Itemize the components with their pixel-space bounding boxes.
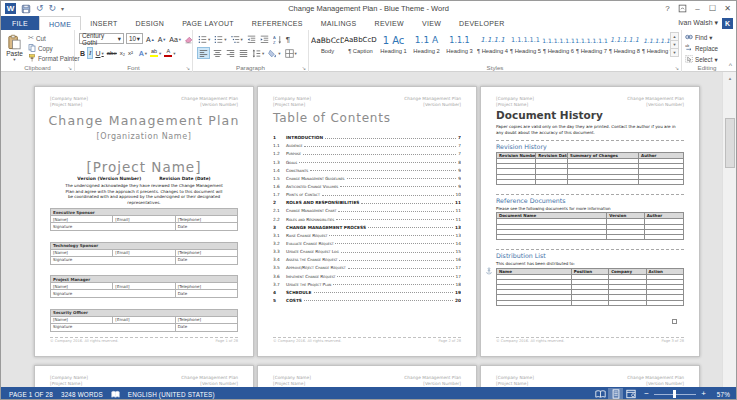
proofing-icon[interactable]	[111, 390, 120, 399]
toc-entry[interactable]: 2Roles and Responsibilities11	[273, 197, 461, 205]
word-count[interactable]: 3248 WORDS	[61, 391, 103, 398]
ribbon-display-options-button[interactable]	[676, 2, 689, 14]
user-name[interactable]: Ivan Walsh ▾	[678, 19, 718, 27]
toc-entry[interactable]: 1.1Audience7	[273, 140, 461, 148]
gallery-more-icon[interactable]: ▼	[670, 48, 679, 57]
shading-button[interactable]: ▾	[267, 47, 281, 59]
section-table[interactable]: Document NameVersionAuthor	[496, 212, 684, 240]
collapse-ribbon-icon[interactable]: ^	[729, 62, 732, 69]
scrollbar-thumb[interactable]	[725, 118, 735, 168]
language-indicator[interactable]: ENGLISH (UNITED STATES)	[128, 391, 215, 398]
zoom-slider[interactable]	[654, 394, 696, 395]
numbering-button[interactable]: ▾	[213, 33, 227, 45]
align-left-button[interactable]	[197, 47, 210, 59]
tab-review[interactable]: REVIEW	[366, 16, 413, 30]
align-right-button[interactable]	[225, 47, 236, 59]
sort-button[interactable]	[272, 33, 283, 45]
signature-table[interactable]: Technology Sponsor[Name][Email][Telephon…	[50, 242, 238, 265]
superscript-button[interactable]: x²	[127, 47, 134, 59]
style-heading-2[interactable]: 1.1 AHeading 2	[410, 32, 443, 61]
italic-button[interactable]: I	[87, 47, 93, 59]
toc-entry[interactable]: 1.2Purpose7	[273, 148, 461, 156]
format-painter-button[interactable]: Format Painter	[28, 54, 80, 62]
line-spacing-button[interactable]: ▾	[251, 47, 265, 59]
toc-entry[interactable]: 1.5Change Management Guidelines9	[273, 173, 461, 181]
toc-entry[interactable]: 1.4Constraints9	[273, 165, 461, 173]
account-area[interactable]: Ivan Walsh ▾ K	[678, 16, 733, 30]
justify-button[interactable]	[238, 47, 249, 59]
help-button[interactable]: ?	[661, 2, 674, 14]
paragraph-dialog-launcher-icon[interactable]: ↘	[302, 65, 306, 71]
toc-entry[interactable]: 3.6Implement Change Request17	[273, 270, 461, 278]
toc-entry[interactable]: 3.3Update Change Request Log15	[273, 246, 461, 254]
web-layout-button[interactable]	[623, 388, 638, 400]
toc-entry[interactable]: 3Change Management Process13	[273, 222, 461, 230]
minimize-button[interactable]: –	[691, 2, 704, 14]
page-4-partial[interactable]: [Company Name][Project Name] Change Mana…	[34, 365, 254, 387]
text-effects-button[interactable]: A▾	[138, 47, 148, 59]
close-button[interactable]: ✕	[721, 2, 734, 14]
toc-entry[interactable]: 3.7Update the Project Plan18	[273, 279, 461, 287]
tab-view[interactable]: VIEW	[413, 16, 450, 30]
toc-entry[interactable]: 2.1Change Management Chart11	[273, 205, 461, 213]
page-5-partial[interactable]: [Company Name][Project Name] Change Mana…	[257, 365, 477, 387]
style-caption[interactable]: AaBbCcD¶ Caption	[344, 32, 377, 61]
font-dialog-launcher-icon[interactable]: ↘	[186, 65, 190, 71]
bullets-button[interactable]: ▾	[197, 33, 211, 45]
tab-file[interactable]: FILE	[1, 16, 39, 30]
style-heading-3[interactable]: 1.1.1Heading 3	[443, 32, 476, 61]
toc-entry[interactable]: 3.1Raise Change Request13	[273, 230, 461, 238]
signature-table[interactable]: Project Manager[Name][Email][Telephone]S…	[50, 275, 238, 298]
find-button[interactable]: Find▾	[685, 33, 712, 41]
toc-entry[interactable]: 1.3Goals8	[273, 156, 461, 164]
style-heading-5[interactable]: 1.1.1.1.1¶ Heading 5	[509, 32, 542, 61]
toc-entry[interactable]: 1.6Anticipated Change Volumes9	[273, 181, 461, 189]
zoom-slider-thumb[interactable]	[673, 390, 676, 398]
print-layout-button[interactable]	[608, 388, 623, 400]
show-hide-marks-button[interactable]: ¶	[285, 33, 291, 45]
tab-insert[interactable]: INSERT	[81, 16, 126, 30]
zoom-out-button[interactable]: −	[644, 390, 649, 398]
page-indicator[interactable]: PAGE 1 OF 28	[9, 391, 53, 398]
section-table[interactable]: Revision NumberRevision DateSummary of C…	[496, 152, 684, 185]
section-table[interactable]: NamePositionCompanyAction	[496, 268, 684, 306]
vertical-scrollbar[interactable]: ▴	[722, 72, 736, 387]
tab-design[interactable]: DESIGN	[127, 16, 174, 30]
decrease-indent-button[interactable]	[246, 33, 257, 45]
style-heading-1[interactable]: 1 AcHeading 1	[377, 32, 410, 61]
highlight-color-button[interactable]: ab▾	[149, 47, 162, 59]
style-body[interactable]: AaBbCcDBody	[311, 32, 344, 61]
subscript-button[interactable]: x₂	[119, 47, 126, 59]
page-1[interactable]: [Company Name][Project Name] Change Mana…	[34, 86, 254, 357]
styles-dialog-launcher-icon[interactable]: ↘	[675, 65, 679, 71]
style-heading-6[interactable]: 1.1.1.1.1.1¶ Heading 6	[542, 32, 575, 61]
style-heading-4[interactable]: 1.1.1.1¶ Heading 4	[476, 32, 509, 61]
toc-entry[interactable]: 1Introduction7	[273, 132, 461, 140]
font-color-button[interactable]: A▾	[163, 47, 176, 59]
cut-button[interactable]: ✂ Cut	[28, 34, 46, 42]
read-mode-button[interactable]	[593, 388, 608, 400]
toc-entry[interactable]: 1.7Points of Contact10	[273, 189, 461, 197]
replace-button[interactable]: Replace	[685, 44, 718, 52]
paste-dropdown-icon[interactable]: ▾	[4, 57, 25, 62]
page-6-partial[interactable]: [Company Name][Project Name] Change Mana…	[480, 365, 700, 387]
style-heading-8[interactable]: 1.1.1.1.1¶ Heading 8	[608, 32, 641, 61]
toc-entry[interactable]: 3.5Approve/Reject Change Request17	[273, 262, 461, 270]
signature-table[interactable]: Executive Sponsor[Name][Email][Telephone…	[50, 208, 238, 231]
tab-developer[interactable]: DEVELOPER	[450, 16, 514, 30]
font-family-select[interactable]: Century Gothi▾	[79, 33, 124, 44]
shrink-font-button[interactable]: A▼	[157, 33, 168, 45]
signature-table[interactable]: Security Officer[Name][Email][Telephone]…	[50, 309, 238, 332]
strikethrough-button[interactable]: abe	[106, 47, 118, 59]
toc-entry[interactable]: 2.2Roles and Responsibilities11	[273, 213, 461, 221]
align-center-button[interactable]	[212, 47, 223, 59]
avatar[interactable]: K	[722, 18, 733, 29]
tab-mailings[interactable]: MAILINGS	[312, 16, 366, 30]
select-button[interactable]: Select▾	[685, 55, 718, 63]
bold-button[interactable]: B	[79, 47, 86, 59]
content-control-box[interactable]	[672, 319, 677, 324]
toc-entry[interactable]: 3.4Assess the Change Request16	[273, 254, 461, 262]
tab-home[interactable]: HOME	[39, 16, 81, 30]
scroll-up-icon[interactable]: ▴	[725, 73, 735, 83]
maximize-button[interactable]: ☐	[706, 2, 719, 14]
